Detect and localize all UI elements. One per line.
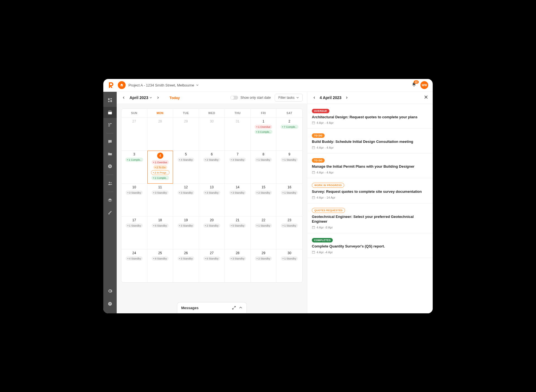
next-month-button[interactable] — [155, 95, 161, 100]
status-pill[interactable]: • 1 Standby — [281, 191, 298, 195]
status-pill[interactable]: • 3 Standby — [229, 191, 246, 195]
status-pill[interactable]: • 1 Standby — [255, 223, 272, 228]
status-pill[interactable]: • 6 Standby — [203, 256, 220, 261]
status-pill[interactable]: • 3 Standby — [229, 256, 246, 261]
day-cell[interactable]: 12• 3 Standby — [173, 184, 199, 217]
notifications-button[interactable]: 22 — [411, 82, 417, 88]
status-pill[interactable]: • 1 Comple.. — [125, 158, 143, 162]
sidebar-item-layers[interactable] — [103, 195, 117, 206]
sidebar-item-calendar[interactable] — [103, 107, 117, 118]
day-cell[interactable]: 5• 4 Standby — [173, 151, 199, 184]
day-cell[interactable]: 22• 1 Standby — [251, 217, 277, 249]
day-cell[interactable]: 8• 1 Standby — [251, 151, 277, 184]
status-pill[interactable]: • 6 Standby — [152, 223, 169, 228]
status-pill[interactable]: • 1 Standby — [281, 223, 298, 228]
sidebar-item-help[interactable]: ? — [103, 298, 117, 309]
day-cell[interactable]: 17• 1 Standby — [121, 217, 147, 249]
day-cell[interactable]: 3• 1 Comple.. — [121, 151, 147, 184]
status-pill[interactable]: • 3 Standby — [126, 191, 143, 195]
day-cell[interactable]: 24• 4 Standby — [121, 249, 147, 282]
status-pill[interactable]: • 1 Overdue — [255, 125, 272, 129]
status-pill[interactable]: • 8 Standby — [152, 256, 169, 261]
status-pill[interactable]: • 3 Standby — [152, 191, 169, 195]
sidebar-item-settings[interactable] — [103, 285, 117, 297]
day-cell[interactable]: 28 — [147, 118, 173, 151]
status-pill[interactable]: • 1 Standby — [126, 223, 143, 228]
sidebar-item-paint[interactable] — [103, 207, 117, 218]
day-cell[interactable]: 14• 3 Standby — [225, 184, 251, 217]
day-cell[interactable]: 27• 6 Standby — [199, 249, 225, 282]
status-pill[interactable]: • 3 Standby — [178, 256, 195, 261]
status-pill[interactable]: • 2 Standby — [255, 256, 272, 261]
task-item[interactable]: OVERDUEArchitectural Design: Request quo… — [307, 104, 433, 129]
day-cell[interactable]: 25• 8 Standby — [147, 249, 173, 282]
day-cell[interactable]: 11• 3 Standby — [147, 184, 173, 217]
status-pill[interactable]: • 2 In Progr.. — [151, 170, 169, 175]
task-item[interactable]: TO DOBuild Buddy: Schedule Initial Desig… — [307, 129, 433, 153]
status-pill[interactable]: • 4 Standby — [178, 158, 195, 162]
day-cell[interactable]: 29• 2 Standby — [251, 249, 277, 282]
day-cell[interactable]: 16• 1 Standby — [276, 184, 302, 217]
status-pill[interactable]: • 1 Overdue — [152, 160, 169, 164]
status-pill[interactable]: • 5 Standby — [229, 223, 246, 228]
day-cell[interactable]: 7• 4 Standby — [225, 151, 251, 184]
prev-day-button[interactable] — [312, 95, 317, 100]
task-item[interactable]: COMPLETEDComplete Quantity Surveyor's (Q… — [307, 233, 433, 258]
status-pill[interactable]: • 3 Comple.. — [255, 130, 272, 134]
day-cell[interactable]: 21• 5 Standby — [225, 217, 251, 249]
status-pill[interactable]: • 1 Standby — [255, 158, 272, 162]
status-pill[interactable]: • 3 Standby — [178, 223, 195, 228]
task-item[interactable]: QUOTES REQUESTEDGeotechnical Engineer: S… — [307, 203, 433, 233]
show-start-date-toggle[interactable]: Show only start date — [230, 96, 271, 100]
sidebar-item-tasks[interactable] — [103, 119, 117, 130]
status-pill[interactable]: • 2 To Do — [153, 165, 168, 169]
project-selector[interactable]: Project A - 1234 Smith Street, Melbourne — [128, 83, 199, 87]
status-pill[interactable]: • 4 Standby — [126, 256, 143, 261]
status-pill[interactable]: • 1 Standby — [281, 158, 298, 162]
day-cell[interactable]: 27 — [121, 118, 147, 151]
day-cell[interactable]: 28• 3 Standby — [225, 249, 251, 282]
status-pill[interactable]: • 4 Standby — [229, 158, 246, 162]
task-item[interactable]: TO DOManage the Initial Permit Plans wit… — [307, 153, 433, 178]
status-pill[interactable]: • 7 Comple.. — [281, 125, 298, 129]
day-cell[interactable]: 13• 3 Standby — [199, 184, 225, 217]
user-avatar[interactable]: WW — [420, 81, 428, 89]
status-pill[interactable]: • 3 Standby — [178, 191, 195, 195]
next-day-button[interactable] — [344, 95, 349, 100]
status-pill[interactable]: • 2 Standby — [255, 191, 272, 195]
day-cell[interactable]: 26• 3 Standby — [173, 249, 199, 282]
status-pill[interactable]: • 1 Comple.. — [151, 176, 169, 180]
day-cell[interactable]: 6• 2 Standby — [199, 151, 225, 184]
status-pill[interactable]: • 1 Standby — [281, 256, 298, 261]
prev-month-button[interactable] — [121, 95, 126, 100]
sidebar-item-chat[interactable] — [103, 136, 117, 147]
month-label[interactable]: April 2023 — [130, 95, 152, 100]
day-cell[interactable]: 18• 6 Standby — [147, 217, 173, 249]
home-button[interactable] — [118, 81, 126, 89]
sidebar-item-team[interactable] — [103, 178, 117, 189]
messages-dock[interactable]: Messages — [177, 302, 247, 313]
status-pill[interactable]: • 2 Standby — [203, 158, 220, 162]
status-pill[interactable]: • 3 Standby — [203, 191, 220, 195]
day-cell[interactable]: 1• 1 Overdue• 3 Comple.. — [251, 118, 277, 151]
task-item[interactable]: WORK IN PROGRESSSurvey: Request quotes t… — [307, 178, 433, 203]
day-cell[interactable]: 30 — [199, 118, 225, 151]
filter-tasks-button[interactable]: Filter tasks — [275, 94, 303, 102]
today-button[interactable]: Today — [169, 96, 180, 100]
day-cell[interactable]: 30• 1 Standby — [276, 249, 302, 282]
day-cell[interactable]: 31 — [225, 118, 251, 151]
status-pill[interactable]: • 2 Standby — [203, 223, 220, 228]
day-cell[interactable]: 29 — [173, 118, 199, 151]
day-cell[interactable]: 23• 1 Standby — [276, 217, 302, 249]
day-cell[interactable]: 20• 2 Standby — [199, 217, 225, 249]
day-cell[interactable]: 4• 1 Overdue• 2 To Do• 2 In Progr..• 1 C… — [147, 151, 173, 184]
close-detail-button[interactable] — [424, 95, 428, 100]
sidebar-item-dashboard[interactable] — [103, 95, 117, 106]
day-cell[interactable]: 9• 1 Standby — [276, 151, 302, 184]
sidebar-item-files[interactable] — [103, 148, 117, 160]
day-cell[interactable]: 19• 3 Standby — [173, 217, 199, 249]
day-cell[interactable]: 15• 2 Standby — [251, 184, 277, 217]
day-cell[interactable]: 2• 7 Comple.. — [276, 118, 302, 151]
day-cell[interactable]: 10• 3 Standby — [121, 184, 147, 217]
sidebar-item-finance[interactable]: $ — [103, 161, 117, 172]
